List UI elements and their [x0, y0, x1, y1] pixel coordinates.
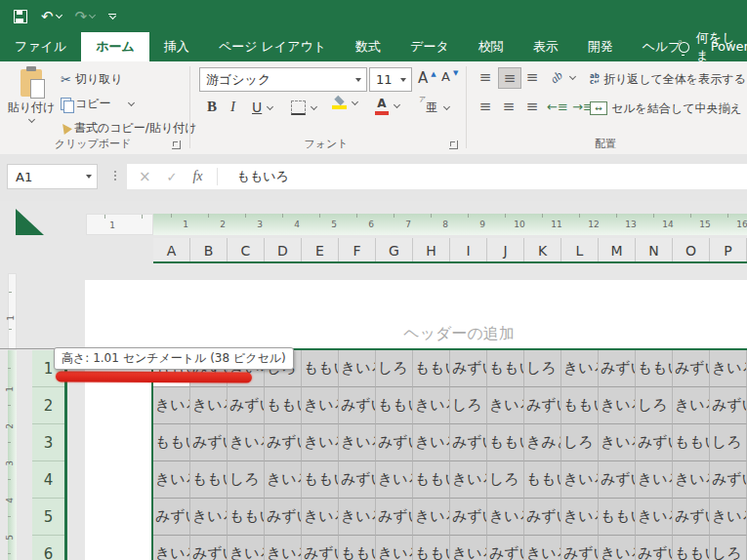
grid-cell[interactable]: きいろ [673, 461, 710, 499]
grid-cell[interactable]: みずいろ [450, 350, 487, 387]
increase-font-size-button[interactable]: A▲ [418, 69, 436, 87]
font-color-dropdown-icon[interactable] [394, 101, 400, 108]
grid-cell[interactable]: ももいろ [599, 499, 636, 536]
borders-button[interactable] [291, 100, 316, 115]
cut-button[interactable]: ✂ 切り取り [61, 69, 122, 89]
bottom-align-button[interactable]: ≡ [521, 67, 543, 87]
grid-cell[interactable]: みずいろ [599, 461, 636, 499]
column-header-I[interactable]: I [450, 238, 487, 263]
column-header-D[interactable]: D [265, 238, 302, 263]
grid-cell[interactable]: きみどり [524, 424, 561, 461]
grid-cell[interactable]: みずいろ [190, 536, 228, 560]
save-icon[interactable] [14, 10, 27, 23]
grid-cell[interactable]: きいろ [302, 499, 339, 536]
grid-cell[interactable]: きいろ [561, 461, 599, 499]
middle-align-button[interactable]: ≡ [498, 67, 521, 89]
grid-cell[interactable]: ももいろ [673, 536, 710, 560]
top-align-button[interactable]: ≡ [475, 67, 496, 87]
grid-cell[interactable]: しろ [376, 350, 413, 387]
grid-cell[interactable]: しろ [524, 350, 561, 387]
copy-button[interactable]: コピー [61, 94, 134, 113]
grid-cell[interactable]: きいろ [302, 424, 339, 461]
grid-cell[interactable]: きいろ [265, 461, 302, 499]
wrap-text-button[interactable]: abc↵ 折り返して全体を表示する [590, 69, 746, 89]
grid-cell[interactable]: きいろ [339, 499, 376, 536]
column-header-N[interactable]: N [636, 238, 673, 263]
grid-cell[interactable]: ももいろ [302, 350, 339, 387]
grid-cell[interactable]: みずいろ [190, 424, 228, 461]
grid-cell[interactable]: みずいろ [339, 461, 376, 499]
grid-cell[interactable]: しろ [561, 424, 599, 461]
bold-button[interactable]: B [207, 99, 217, 115]
grid-cell[interactable]: ももいろ [636, 350, 673, 387]
format-painter-button[interactable]: 書式のコピー/貼り付け [61, 118, 196, 138]
font-name-combo[interactable]: 游ゴシック [199, 67, 367, 92]
phonetic-guide-button[interactable]: 亜 [426, 100, 449, 116]
clipboard-dialog-launcher-icon[interactable] [172, 140, 181, 149]
grid-cell[interactable]: みずいろ [710, 461, 747, 499]
ribbon-tab[interactable]: ファイル [0, 32, 81, 61]
ribbon-tab[interactable]: 挿入 [149, 32, 204, 61]
align-center-button[interactable]: ≡ [498, 97, 519, 116]
grid-cell[interactable]: きいろ [302, 387, 339, 424]
grid-cell[interactable]: きいろ [636, 499, 673, 536]
enter-icon[interactable]: ✓ [167, 170, 178, 184]
grid-cell[interactable]: ももいろ [487, 424, 524, 461]
grid-cell[interactable]: みずいろ [265, 424, 302, 461]
grid-cell[interactable]: きいろ [153, 461, 190, 499]
grid-cell[interactable]: ももいろ [228, 499, 265, 536]
grid-cell[interactable]: ももいろ [190, 461, 228, 499]
cancel-icon[interactable]: × [139, 168, 151, 185]
grid-cell[interactable]: ももいろ [376, 387, 413, 424]
grid-cell[interactable]: きいろ [413, 424, 450, 461]
ribbon-tab[interactable]: 開発 [573, 32, 628, 61]
column-header-J[interactable]: J [487, 238, 524, 263]
orientation-button[interactable]: ab [551, 70, 575, 85]
paste-dropdown-icon[interactable] [27, 116, 34, 123]
grid-cell[interactable]: きいろ [561, 499, 599, 536]
underline-button[interactable]: U [252, 100, 272, 115]
redo-button[interactable]: ↷ [75, 8, 96, 25]
name-box-dropdown-icon[interactable] [86, 175, 92, 179]
grid-cell[interactable]: きいろ [710, 350, 747, 387]
grid-cell[interactable]: みずいろ [376, 424, 413, 461]
ribbon-tab[interactable]: データ [395, 32, 464, 61]
grid-cell[interactable]: ももいろ [265, 387, 302, 424]
orientation-dropdown-icon[interactable] [569, 73, 576, 80]
grid-cell[interactable]: ももいろ [153, 424, 190, 461]
grid-cell[interactable]: みずいろ [599, 350, 636, 387]
column-header-G[interactable]: G [376, 238, 413, 263]
undo-button[interactable]: ↶ [41, 8, 62, 25]
grid-cell[interactable]: みずいろ [524, 387, 561, 424]
decrease-font-size-button[interactable]: A▼ [441, 69, 458, 84]
grid-cell[interactable]: きいろ [450, 461, 487, 499]
grid-cell[interactable]: きいろ [710, 499, 747, 536]
grid-cell[interactable]: みずいろ [153, 499, 190, 536]
grid-cell[interactable]: しろ [487, 461, 524, 499]
name-box[interactable]: A1 [7, 164, 98, 189]
ribbon-tab[interactable]: 数式 [341, 32, 395, 61]
font-size-dropdown-icon[interactable] [400, 78, 406, 82]
grid-cell[interactable]: きいろ [450, 536, 487, 560]
grid-cell[interactable]: ももいろ [561, 387, 599, 424]
grid-cell[interactable]: きいろ [228, 536, 265, 560]
fill-color-dropdown-icon[interactable] [352, 99, 358, 105]
column-header-A[interactable]: A [153, 238, 190, 263]
borders-dropdown-icon[interactable] [311, 103, 317, 110]
align-left-button[interactable]: ≡ [475, 97, 496, 116]
column-header-M[interactable]: M [599, 238, 636, 263]
fill-color-button[interactable] [332, 97, 357, 109]
grid-cell[interactable]: ももいろ [339, 536, 376, 560]
tell-me-search[interactable]: 何をしま [679, 32, 747, 61]
grid-cell[interactable]: みずいろ [561, 536, 599, 560]
row-header-2[interactable]: 2 [32, 387, 64, 424]
grid-cell[interactable]: きいろ [561, 350, 599, 387]
grid-cell[interactable]: みずいろ [376, 499, 413, 536]
font-size-combo[interactable]: 11 [369, 67, 412, 92]
grid-cell[interactable]: きいろ [153, 536, 190, 560]
grid-cell[interactable]: ももいろ [413, 461, 450, 499]
grid-cell[interactable]: ももいろ [673, 424, 710, 461]
grid-cell[interactable]: きいろ [599, 424, 636, 461]
grid-cell[interactable]: きいろ [190, 387, 228, 424]
row-header-3[interactable]: 3 [32, 424, 64, 461]
